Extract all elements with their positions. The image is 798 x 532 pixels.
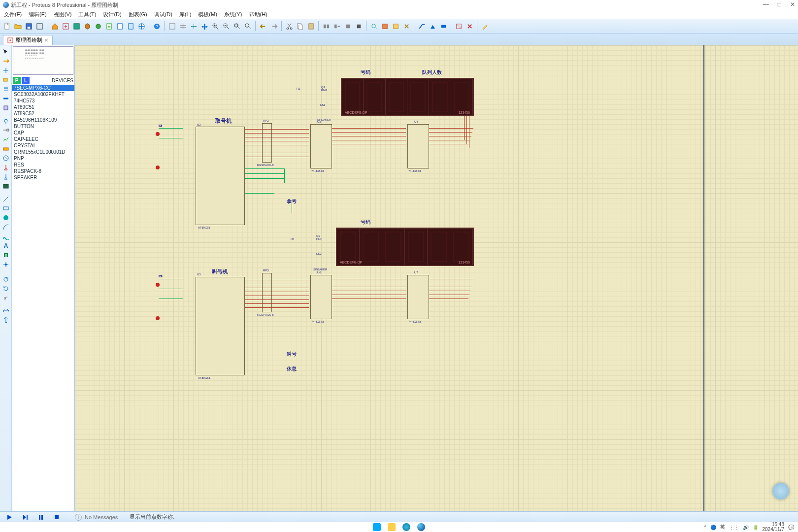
schematic-canvas[interactable]: 取号机 叫号机 号码 队列人数 号码 拿号 叫号 休息 U2 AT89C51 R… <box>75 45 798 513</box>
pin-tool[interactable] <box>1 126 10 134</box>
device-item[interactable]: BUTTON <box>12 123 74 130</box>
tray-date[interactable]: 2024/11/7 <box>763 527 785 532</box>
chip-u4[interactable] <box>407 124 429 168</box>
menu-lib[interactable]: 库(L) <box>179 11 191 18</box>
device-item[interactable]: PNP <box>12 155 74 162</box>
schematic-button[interactable] <box>61 21 70 31</box>
redraw-button[interactable] <box>167 21 177 31</box>
open-file-button[interactable] <box>13 21 23 31</box>
tray-app-icon[interactable]: 🔵 <box>710 525 716 530</box>
www-button[interactable] <box>136 21 146 31</box>
origin-button[interactable] <box>189 21 199 31</box>
bus-tool[interactable] <box>1 94 10 103</box>
menu-chart[interactable]: 图表(G) <box>129 11 147 18</box>
tray-sound-icon[interactable]: 🔊 <box>743 525 749 530</box>
menu-file[interactable]: 文件(F) <box>4 11 22 18</box>
terminal-tool[interactable] <box>1 116 10 125</box>
device-item[interactable]: CRYSTAL <box>12 142 74 149</box>
device-item[interactable]: B45196H1106K109 <box>12 117 74 123</box>
bom-button[interactable] <box>104 21 114 31</box>
menu-view[interactable]: 视图(V) <box>54 11 72 18</box>
netlist-button[interactable] <box>126 21 135 31</box>
zoom-out-button[interactable] <box>221 21 231 31</box>
sim-stop-button[interactable] <box>50 513 63 522</box>
probe-v-tool[interactable] <box>1 163 10 172</box>
exclude-button[interactable] <box>454 21 464 31</box>
chip-u6[interactable] <box>310 275 332 319</box>
select-tool[interactable] <box>1 47 10 56</box>
text-script-tool[interactable] <box>1 85 10 94</box>
view-compass[interactable] <box>772 483 789 499</box>
device-item[interactable]: RESPACK-8 <box>12 168 74 174</box>
xtal-caps-block-1[interactable]: C4 X2 C5 C6 <box>159 124 188 168</box>
tray-wifi-icon[interactable]: ⋮⋮ <box>729 525 739 530</box>
wire-autoroute-button[interactable] <box>417 21 427 31</box>
menu-debug[interactable]: 调试(D) <box>154 11 172 18</box>
chip-rp3[interactable] <box>262 273 272 312</box>
device-item[interactable]: AT89C51 <box>12 104 74 110</box>
save-button[interactable] <box>24 21 33 31</box>
tab-close-button[interactable]: ✕ <box>44 37 48 43</box>
chip-u2[interactable] <box>196 127 245 225</box>
block-move-button[interactable] <box>332 21 342 31</box>
graph-tool[interactable] <box>1 135 10 144</box>
instrument-tool[interactable] <box>1 182 10 191</box>
proteus-taskbar-icon[interactable] <box>417 523 425 531</box>
sim-step-button[interactable] <box>19 513 32 522</box>
chip-u3[interactable] <box>310 124 332 168</box>
flip-v-tool[interactable] <box>1 316 10 325</box>
gerber-button[interactable] <box>93 21 103 31</box>
home-button[interactable] <box>50 21 60 31</box>
tray-up-icon[interactable]: ˄ <box>704 525 706 530</box>
subcircuit-tool[interactable] <box>1 103 10 112</box>
pick-button[interactable] <box>369 21 379 31</box>
device-item[interactable]: 74HC573 <box>12 98 74 104</box>
xtal-caps-block-2[interactable]: C7 X3 C8 C9 <box>159 275 188 319</box>
tray-notification-icon[interactable]: 💬 <box>788 525 794 530</box>
tape-tool[interactable] <box>1 144 10 153</box>
menu-template[interactable]: 模板(M) <box>198 11 217 18</box>
menu-system[interactable]: 系统(Y) <box>224 11 242 18</box>
devices-list[interactable]: 7SEG-MPX6-CC SC03032A1002FKHFT 74HC573 A… <box>12 85 74 513</box>
edge-icon[interactable] <box>402 523 410 531</box>
flip-h-tool[interactable] <box>1 306 10 315</box>
redo-button[interactable] <box>269 21 279 31</box>
device-item[interactable]: CAP-ELEC <box>12 136 74 142</box>
seg-display-1[interactable]: ABCDEFG DP 123456 <box>341 78 474 116</box>
help-button[interactable]: ? <box>152 21 162 31</box>
arc-tool[interactable] <box>1 223 10 232</box>
block-del-button[interactable] <box>354 21 364 31</box>
text-tool[interactable]: A <box>1 241 10 250</box>
tray-battery-icon[interactable]: 🔋 <box>753 525 759 530</box>
generator-tool[interactable] <box>1 154 10 163</box>
label-tool[interactable] <box>1 75 10 84</box>
zoom-area-button[interactable] <box>243 21 253 31</box>
explorer-icon[interactable] <box>388 523 396 531</box>
seg-display-2[interactable]: ABCDEFG DP 123456 <box>336 228 474 266</box>
device-item[interactable]: GRM155xC1E000J01D <box>12 149 74 155</box>
close-button-tb[interactable] <box>34 21 44 31</box>
cut-button[interactable] <box>284 21 294 31</box>
overview-window[interactable]: ▭▭ ▭▭▭ ▭▭ ▭▭ ▭▭▭ ▭▭ ▭ ▭▭ ▭ ▭▭ ▭▭▭ ▭▭ <box>13 46 73 75</box>
chip-u7[interactable] <box>407 275 429 319</box>
rotate-cw-tool[interactable] <box>1 275 10 284</box>
menu-help[interactable]: 帮助(H) <box>249 11 267 18</box>
marker-tool[interactable] <box>1 260 10 269</box>
symbol-tool[interactable]: S <box>1 251 10 260</box>
menu-tools[interactable]: 工具(T) <box>78 11 96 18</box>
make-device-button[interactable] <box>380 21 390 31</box>
pick-device-button[interactable]: P <box>13 77 21 84</box>
device-item[interactable]: AT89C52 <box>12 110 74 117</box>
pick-library-button[interactable]: L <box>22 77 30 84</box>
minimize-button[interactable]: — <box>763 1 769 8</box>
decompose-button[interactable] <box>401 21 411 31</box>
device-item[interactable]: SPEAKER <box>12 174 74 181</box>
rect-tool[interactable] <box>1 204 10 213</box>
copy-button[interactable] <box>295 21 305 31</box>
sim-pause-button[interactable] <box>34 513 47 522</box>
sim-play-button[interactable] <box>3 513 16 522</box>
start-button[interactable] <box>373 523 381 531</box>
probe-i-tool[interactable] <box>1 172 10 181</box>
zoom-in-button[interactable] <box>210 21 220 31</box>
circle-tool[interactable] <box>1 213 10 222</box>
